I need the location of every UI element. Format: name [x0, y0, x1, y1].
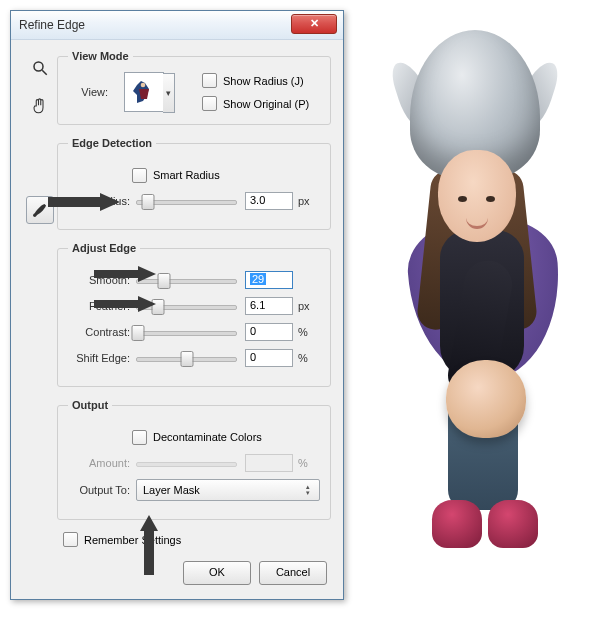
feather-input[interactable]: 6.1 [245, 297, 293, 315]
hand-icon [31, 97, 49, 115]
window-title: Refine Edge [11, 18, 85, 32]
contrast-label: Contrast: [68, 326, 136, 338]
chevron-down-icon: ▾ [163, 73, 175, 113]
radius-input[interactable]: 3.0 [245, 192, 293, 210]
show-original-label: Show Original (P) [223, 98, 309, 110]
subject-figure [360, 30, 590, 590]
smart-radius-checkbox[interactable] [132, 168, 147, 183]
adjust-edge-group: Adjust Edge Smooth: 29 Feather: [57, 242, 331, 387]
zoom-tool[interactable] [26, 54, 54, 82]
decontaminate-label: Decontaminate Colors [153, 431, 262, 443]
amount-slider [136, 455, 237, 471]
output-group: Output Decontaminate Colors Amount: % Ou… [57, 399, 331, 520]
amount-input [245, 454, 293, 472]
radius-slider[interactable] [136, 193, 237, 209]
refine-edge-dialog: Refine Edge ✕ View Mode View: [10, 10, 344, 600]
svg-point-4 [141, 83, 146, 88]
shift-edge-input[interactable]: 0 [245, 349, 293, 367]
contrast-slider[interactable] [136, 324, 237, 340]
contrast-input[interactable]: 0 [245, 323, 293, 341]
radius-label: Radius: [68, 195, 136, 207]
remember-settings-checkbox[interactable] [63, 532, 78, 547]
brush-icon [31, 201, 49, 219]
view-label: View: [68, 86, 114, 98]
smooth-slider[interactable] [136, 272, 237, 288]
hand-tool[interactable] [26, 92, 54, 120]
tool-column [23, 50, 57, 585]
shift-edge-unit: % [293, 352, 320, 364]
svg-line-1 [42, 70, 47, 75]
smooth-label: Smooth: [68, 274, 136, 286]
view-mode-legend: View Mode [68, 50, 133, 62]
radius-unit: px [293, 195, 320, 207]
view-thumbnail-icon [129, 77, 159, 107]
show-radius-label: Show Radius (J) [223, 75, 304, 87]
edge-detection-legend: Edge Detection [68, 137, 156, 149]
close-button[interactable]: ✕ [291, 14, 337, 34]
decontaminate-checkbox[interactable] [132, 430, 147, 445]
feather-slider[interactable] [136, 298, 237, 314]
output-to-select[interactable]: Layer Mask ▴▾ [136, 479, 320, 501]
feather-label: Feather: [68, 300, 136, 312]
close-icon: ✕ [310, 17, 319, 29]
shift-edge-slider[interactable] [136, 350, 237, 366]
titlebar[interactable]: Refine Edge ✕ [11, 11, 343, 40]
shift-edge-label: Shift Edge: [68, 352, 136, 364]
output-legend: Output [68, 399, 112, 411]
magnifier-icon [31, 59, 49, 77]
view-mode-group: View Mode View: ▾ [57, 50, 331, 125]
smart-radius-label: Smart Radius [153, 169, 220, 181]
show-radius-checkbox[interactable] [202, 73, 217, 88]
output-to-label: Output To: [68, 484, 136, 496]
remember-settings-label: Remember Settings [84, 534, 181, 546]
svg-point-2 [33, 214, 36, 217]
smooth-input[interactable]: 29 [245, 271, 293, 289]
svg-point-0 [34, 62, 43, 71]
amount-label: Amount: [68, 457, 136, 469]
ok-button[interactable]: OK [183, 561, 251, 585]
output-to-value: Layer Mask [143, 484, 200, 496]
select-arrows-icon: ▴▾ [303, 484, 313, 496]
cancel-button[interactable]: Cancel [259, 561, 327, 585]
canvas-preview [360, 30, 590, 590]
refine-brush-tool[interactable] [26, 196, 54, 224]
amount-unit: % [293, 457, 320, 469]
edge-detection-group: Edge Detection Smart Radius Radius: 3.0 … [57, 137, 331, 230]
contrast-unit: % [293, 326, 320, 338]
view-thumbnail-dropdown[interactable]: ▾ [124, 72, 164, 112]
feather-unit: px [293, 300, 320, 312]
adjust-edge-legend: Adjust Edge [68, 242, 140, 254]
show-original-checkbox[interactable] [202, 96, 217, 111]
